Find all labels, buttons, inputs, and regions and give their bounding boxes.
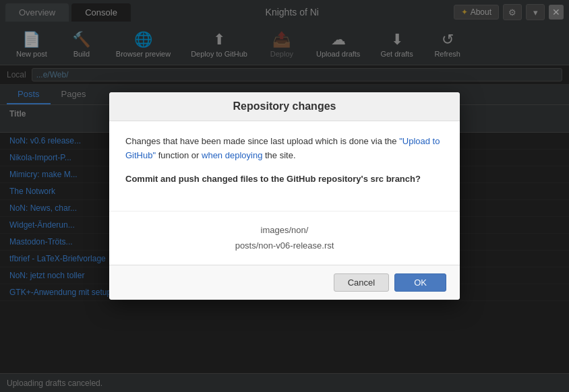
modal-overlay: Repository changes Changes that have bee… — [0, 0, 569, 392]
ok-button[interactable]: OK — [394, 273, 446, 292]
modal-question: Commit and push changed files to the Git… — [125, 174, 444, 184]
modal-footer: Cancel OK — [109, 265, 460, 300]
repository-changes-dialog: Repository changes Changes that have bee… — [109, 92, 460, 299]
cancel-button[interactable]: Cancel — [334, 273, 389, 292]
file-item-2: posts/non-v06-release.rst — [125, 238, 444, 253]
modal-description: Changes that have been made since last u… — [125, 135, 444, 163]
file-item-1: images/non/ — [125, 222, 444, 238]
deploying-link: when deploying — [202, 150, 262, 160]
modal-body: Changes that have been made since last u… — [109, 121, 460, 211]
modal-files: images/non/ posts/non-v06-release.rst — [109, 211, 460, 265]
modal-title: Repository changes — [109, 92, 460, 121]
upload-link: "Upload to GitHub" — [125, 136, 440, 160]
